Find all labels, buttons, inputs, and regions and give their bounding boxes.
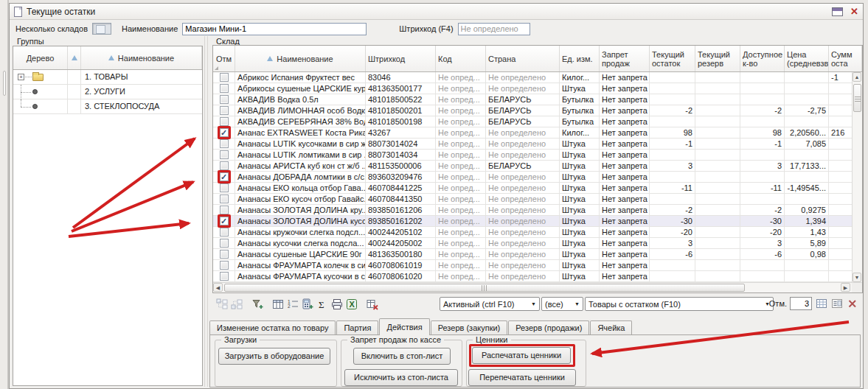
stock-cell-mark[interactable] [213,105,235,116]
stock-cell-reserve[interactable] [695,216,740,226]
stock-cell-ban[interactable]: Нет запрета [600,83,650,94]
action-button[interactable]: Включить в стоп-лист [353,348,451,365]
stock-col-8[interactable]: Текущий резерв [695,46,740,71]
stock-cell-code[interactable]: Не опред... [436,271,486,281]
stock-cell-mark[interactable] [213,227,235,237]
stock-cell-avail[interactable] [740,194,785,204]
stock-cell-code[interactable]: Не опред... [436,227,486,237]
stock-row[interactable]: ✓Ананасы ЗОЛОТАЯ ДОЛИНА кусо...893850161… [213,216,862,227]
stock-cell-price[interactable] [785,260,829,270]
barcode-input[interactable] [458,23,530,35]
stock-cell-price[interactable] [785,116,829,127]
stock-cell-ban[interactable]: Нет запрета [600,150,650,160]
stock-cell-mark[interactable] [213,83,235,94]
stock-cell-avail[interactable]: -2 [740,205,785,215]
row-checkbox[interactable]: ✓ [220,172,229,181]
stock-cell-name[interactable]: Абрикос Испания Фруктест вес [235,72,366,83]
stock-cell-mark[interactable] [213,194,235,204]
stock-cell-name[interactable]: Ананасы LUTIK ломтиками в сир ... [235,150,366,160]
tab-item[interactable]: Изменение остатка по товару [209,320,336,335]
stock-cell-price[interactable] [785,83,829,94]
stock-cell-price[interactable]: 0,9275 [785,205,829,215]
stock-cell-ban[interactable]: Нет запрета [600,205,650,215]
stock-col-10[interactable]: Цена (средневзв.) [785,46,829,71]
stock-cell-reserve[interactable] [695,94,740,105]
stock-cell-mark[interactable] [213,238,235,248]
excel-export-icon[interactable]: X [345,298,358,310]
stock-cell-barcode[interactable]: 460708061020 [366,271,436,281]
stock-cell-name[interactable]: Ананасы ЕКО кольца отбор Гава... [235,183,366,193]
groups-sort-icon[interactable] [68,46,81,69]
stock-row[interactable]: АКВАДИВ СЕРЕБРЯНАЯ 38% Водк...4810185001… [213,116,862,127]
stock-cell-code[interactable]: Не опред... [436,94,486,105]
stock-cell-barcode[interactable]: 481018500522 [366,94,436,105]
stock-cell-mark[interactable]: ✓ [213,127,235,138]
stock-cell-stock[interactable]: -6 [650,249,695,259]
stock-cell-code[interactable]: Не опред... [436,183,486,193]
stock-row[interactable]: Ананасы ФРАУМАРТА кусочки в с...46070806… [213,271,862,282]
stock-cell-stock[interactable] [650,83,695,94]
stock-cell-avail[interactable]: -2 [740,105,785,116]
stock-row[interactable]: Ананасы ЕКО кольца отбор Гава...46070844… [213,183,862,194]
stock-cell-barcode[interactable]: 893603209476 [366,172,436,182]
stock-cell-ban[interactable]: Нет запрета [600,139,650,149]
stock-cell-name[interactable]: Ананасы ДОБРАДА ломтики в с/с... [235,172,366,182]
row-checkbox[interactable] [220,95,229,104]
stock-cell-price[interactable] [785,271,829,281]
row-numbers-icon[interactable]: 12 [286,298,299,310]
stock-cell-avail[interactable]: -30 [740,216,785,226]
stock-cell-mark[interactable] [213,205,235,215]
stock-cell-ban[interactable]: Нет запрета [600,183,650,193]
stock-cell-name[interactable]: Ананасы LUTIK кусочками в сир ж... [235,139,366,149]
stock-cell-price[interactable] [785,150,829,160]
stock-cell-unit[interactable]: Штука [560,150,600,160]
stock-col-5[interactable]: Ед. изм. [560,46,600,71]
stock-cell-code[interactable]: Не опред... [436,249,486,259]
stock-cell-price[interactable]: 7,085 [785,139,829,149]
stock-cell-country[interactable]: Не определено [486,227,560,237]
stock-row[interactable]: Ананасы кружочки слегка подсл...40024420… [213,227,862,238]
stock-cell-name[interactable]: Ананасы ЗОЛОТАЯ ДОЛИНА кусо... [235,216,366,226]
row-checkbox[interactable]: ✓ [220,217,229,225]
stock-cell-mark[interactable] [213,150,235,160]
stock-cell-stock[interactable] [650,271,695,281]
stock-row[interactable]: ✓Ананас EXTRASWEET Коста Рика ...43267Не… [213,127,862,139]
stock-cell-code[interactable]: Не опред... [436,116,486,127]
stock-cell-code[interactable]: Не опред... [436,260,486,270]
stock-col-9[interactable]: Доступное к-во [740,46,785,71]
stock-row[interactable]: Ананасы сушеные ЦАРСКИЕ 90г481363500180Н… [213,249,862,260]
tab-item[interactable]: Ячейка [590,320,632,335]
scroll-down-icon[interactable]: ▼ [853,273,861,282]
vertical-scrollbar[interactable]: ▲ ▼ [852,72,862,282]
group-row[interactable]: +1. ТОВАРЫ [13,70,202,85]
stock-cell-avail[interactable]: -11 [740,183,785,193]
stock-cell-mark[interactable] [213,271,235,281]
stock-cell-country[interactable]: БЕЛАРУСЬ [486,116,560,127]
close-icon[interactable]: ✕ [850,7,858,16]
stock-cell-reserve[interactable] [695,249,740,259]
stock-cell-reserve[interactable] [695,194,740,204]
name-input[interactable] [182,23,367,35]
tab-item[interactable]: Резерв (продажи) [508,320,589,335]
stock-row[interactable]: Ананасы LUTIK кусочками в сир ж...880730… [213,139,862,150]
stock-cell-stock[interactable]: 3 [650,161,695,171]
stock-row[interactable]: Ананасы ЗОЛОТАЯ ДОЛИНА кру...89385016120… [213,205,862,216]
stock-cell-ban[interactable]: Нет запрета [600,127,650,138]
stock-cell-unit[interactable]: Штука [560,83,600,94]
action-button[interactable]: Исключить из стоп-листа [344,369,458,386]
row-checkbox[interactable] [220,239,229,248]
stock-cell-country[interactable]: Не определено [486,127,560,138]
stock-cell-country[interactable]: Не определено [486,172,560,182]
stock-cell-unit[interactable]: Штука [560,139,600,149]
stock-cell-reserve[interactable] [695,83,740,94]
stock-cell-unit[interactable]: Штука [560,227,600,237]
stock-cell-reserve[interactable] [695,271,740,281]
stock-cell-mark[interactable] [213,94,235,105]
stock-col-11[interactable]: Сумм оста [829,46,862,71]
stock-cell-ban[interactable]: Нет запрета [600,227,650,237]
stock-row[interactable]: Ананасы LUTIK ломтиками в сир ...8807301… [213,150,862,161]
stock-row[interactable]: Ананасы ФРАУМАРТА колечк в си...46070806… [213,260,862,271]
stock-cell-stock[interactable]: -11 [650,183,695,193]
stock-cell-stock[interactable]: -1 [650,139,695,149]
stock-cell-price[interactable]: 1,43 [785,227,829,237]
